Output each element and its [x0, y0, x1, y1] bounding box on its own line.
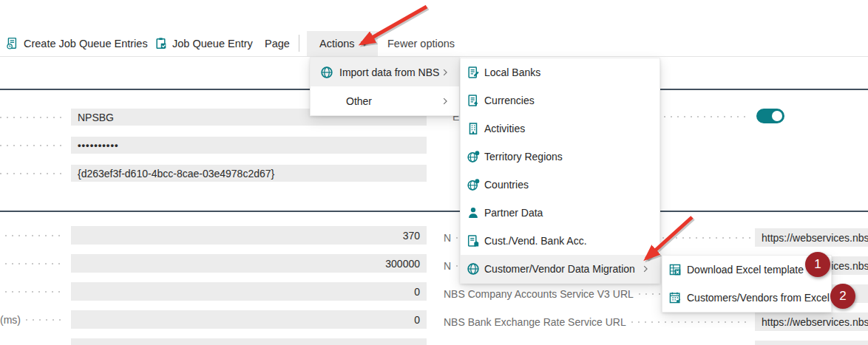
- url-field-1[interactable]: https://webservices.nbs.: [755, 228, 868, 247]
- numeric-field-ms[interactable]: 0: [71, 310, 427, 329]
- field-label-leader: [0, 226, 65, 245]
- section-divider-middle: [0, 211, 868, 212]
- excel-template-icon: [668, 263, 682, 276]
- field-label-leader: [0, 254, 65, 273]
- annotation-badge-2: 2: [830, 284, 855, 309]
- page-menu-button[interactable]: Page: [265, 30, 290, 57]
- excel-import-icon: [668, 291, 682, 304]
- download-excel-template-label: Download Excel template: [687, 264, 804, 276]
- globe-pin-icon: [467, 178, 480, 191]
- menu-item-activities[interactable]: Activities: [461, 115, 660, 143]
- toggle-knob: [772, 111, 782, 121]
- actions-label: Actions: [319, 38, 355, 49]
- menu-item-partner-data[interactable]: Partner Data: [461, 199, 660, 227]
- job-queue-entry-label: Job Queue Entry: [172, 38, 253, 49]
- guid-field[interactable]: {d263ef3f-d610-4bcc-8cae-03e4978c2d67}: [71, 165, 427, 182]
- menu-item-other[interactable]: Other: [311, 86, 459, 115]
- actions-dropdown-menu: Import data from NBS Other: [310, 57, 460, 116]
- local-banks-label: Local Banks: [484, 66, 540, 78]
- page-label: Page: [265, 38, 290, 49]
- currencies-label: Currencies: [484, 95, 535, 106]
- menu-item-countries[interactable]: Countries: [461, 171, 660, 199]
- menu-item-territory-regions[interactable]: Territory Regions: [461, 143, 660, 171]
- chevron-right-icon: [641, 264, 650, 273]
- partial-field-right[interactable]: [755, 341, 868, 345]
- bank-exchange-rate-label-row: NBS Bank Exchange Rate Service URL: [444, 312, 750, 331]
- fewer-options-button[interactable]: Fewer options: [387, 30, 455, 57]
- menu-item-customer-vendor-data-migration[interactable]: Customer/Vendor Data Migration: [461, 255, 660, 283]
- menu-item-currencies[interactable]: Currencies: [461, 86, 660, 115]
- chevron-right-icon: [441, 68, 450, 77]
- import-data-from-nbs-label: Import data from NBS: [339, 66, 439, 78]
- globe-icon: [320, 66, 333, 79]
- url-label-fragment-2: N: [444, 260, 451, 272]
- create-job-queue-entries-button[interactable]: Create Job Queue Entries: [6, 30, 148, 57]
- enabled-toggle[interactable]: [756, 109, 784, 123]
- numeric-field-3[interactable]: 0: [71, 282, 427, 301]
- bank-exchange-rate-field[interactable]: https://webservices.nbs.: [755, 312, 868, 331]
- field-label-leader: [0, 136, 65, 154]
- partner-data-label: Partner Data: [484, 207, 543, 219]
- menu-item-customers-vendors-from-excel[interactable]: Customers/Vendors from Excel: [662, 284, 831, 312]
- territory-regions-label: Territory Regions: [484, 151, 563, 163]
- document-bank-icon: [467, 234, 480, 247]
- chevron-down-icon: [360, 39, 369, 48]
- company-accounts-v3-label: NBS Company Accounts Service V3 URL: [444, 288, 634, 300]
- customer-vendor-data-migration-label: Customer/Vendor Data Migration: [484, 263, 635, 275]
- clipboard-check-icon: [155, 37, 167, 49]
- menu-item-import-data-from-nbs[interactable]: Import data from NBS: [311, 58, 459, 86]
- field-label-leader: [0, 108, 65, 126]
- countries-label: Countries: [484, 179, 529, 191]
- job-queue-entries-icon: [6, 37, 18, 49]
- job-queue-entry-button[interactable]: Job Queue Entry: [155, 30, 253, 57]
- field-label-ms: (ms): [0, 310, 65, 329]
- customers-vendors-from-excel-label: Customers/Vendors from Excel: [687, 292, 830, 304]
- ms-label-fragment: (ms): [0, 314, 21, 326]
- annotation-badge-1: 1: [805, 252, 830, 277]
- building-icon: [467, 122, 480, 135]
- activities-label: Activities: [484, 123, 525, 134]
- business-central-page: Create Job Queue Entries Job Queue Entry…: [0, 0, 868, 345]
- numeric-field-1[interactable]: 370: [71, 226, 427, 245]
- other-label: Other: [346, 95, 372, 107]
- bank-exchange-rate-label: NBS Bank Exchange Rate Service URL: [444, 316, 626, 328]
- password-field[interactable]: ••••••••••: [71, 137, 427, 154]
- url-label-fragment-1: N: [444, 232, 451, 244]
- import-data-submenu: Local Banks Currencies Activities Territ…: [460, 58, 660, 284]
- globe-icon: [467, 262, 480, 276]
- partial-field-left[interactable]: [71, 338, 427, 345]
- field-label-leader: [0, 282, 65, 301]
- document-arrow-up-icon: [467, 94, 480, 107]
- menu-item-local-banks[interactable]: Local Banks: [461, 58, 660, 86]
- actions-menu-button[interactable]: Actions: [319, 30, 369, 57]
- cust-vend-bank-acc-label: Cust./Vend. Bank Acc.: [484, 235, 587, 247]
- menu-item-cust-vend-bank-acc[interactable]: Cust./Vend. Bank Acc.: [461, 227, 660, 255]
- document-edit-icon: [467, 66, 480, 79]
- field-label-leader: [0, 164, 65, 182]
- create-job-queue-entries-label: Create Job Queue Entries: [24, 38, 148, 49]
- globe-pin-icon: [467, 150, 480, 163]
- fewer-options-label: Fewer options: [387, 38, 455, 49]
- chevron-right-icon: [441, 97, 450, 106]
- toolbar-separator: [299, 35, 299, 52]
- numeric-field-2[interactable]: 300000: [71, 254, 427, 273]
- person-icon: [467, 206, 480, 219]
